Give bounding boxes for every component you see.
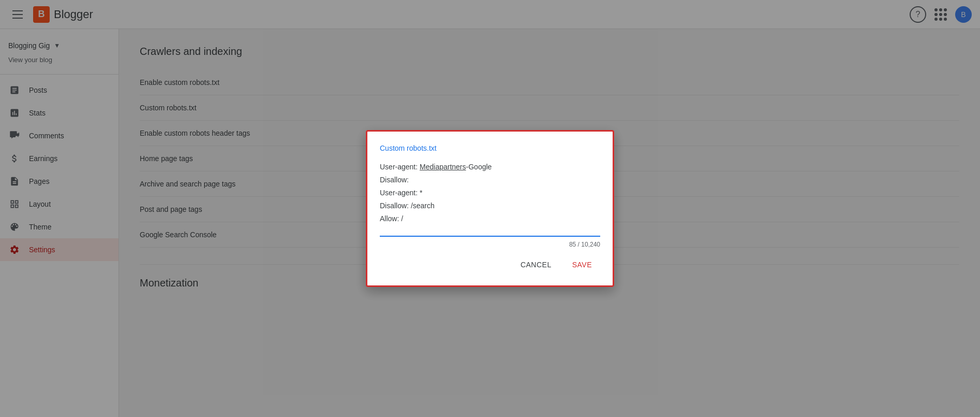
dialog-line-1: User-agent: Mediapartners-Google xyxy=(380,161,600,174)
dialog-title: Custom robots.txt xyxy=(380,144,600,152)
modal-overlay: Custom robots.txt User-agent: Mediapartn… xyxy=(0,0,980,417)
dialog-line-4: Disallow: /search xyxy=(380,199,600,212)
dialog-input-area xyxy=(380,234,600,237)
mediapartners-underline: Mediapartners xyxy=(420,163,466,171)
dialog-actions: CANCEL SAVE xyxy=(380,256,600,273)
char-count: 85 / 10,240 xyxy=(380,241,600,248)
custom-robots-dialog: Custom robots.txt User-agent: Mediapartn… xyxy=(366,130,614,287)
dialog-line-3: User-agent: * xyxy=(380,186,600,199)
dialog-line-2: Disallow: xyxy=(380,174,600,186)
save-button[interactable]: SAVE xyxy=(564,256,600,273)
cancel-button[interactable]: CANCEL xyxy=(512,256,560,273)
dialog-content: User-agent: Mediapartners-Google Disallo… xyxy=(380,161,600,226)
dialog-line-5: Allow: / xyxy=(380,212,600,225)
